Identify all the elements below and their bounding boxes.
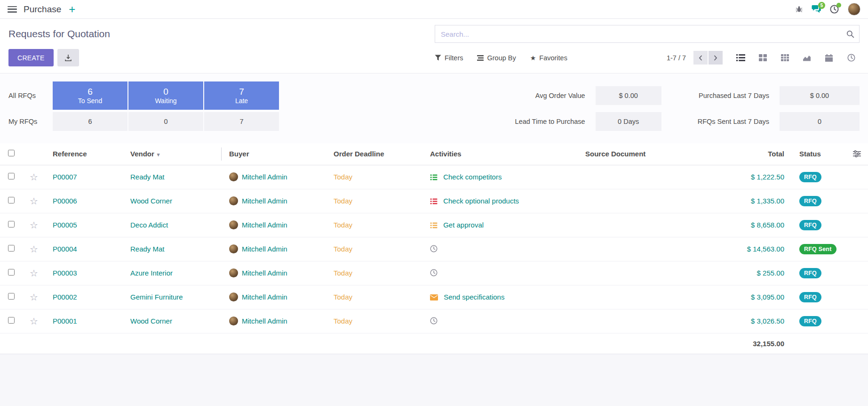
my-rfqs-label[interactable]: My RFQs: [8, 118, 52, 125]
tile-to-send[interactable]: 6 To Send: [53, 81, 127, 110]
favorite-star-icon[interactable]: ☆: [30, 196, 38, 206]
group-by-button[interactable]: Group By: [477, 54, 516, 62]
activity-label[interactable]: Send specifications: [444, 293, 504, 301]
favorite-star-icon[interactable]: ☆: [30, 316, 38, 326]
user-avatar[interactable]: [848, 3, 860, 16]
pivot-view-icon[interactable]: [776, 51, 793, 65]
row-checkbox[interactable]: [8, 197, 15, 203]
activity-view-icon[interactable]: [843, 51, 860, 65]
reference-link[interactable]: P00005: [53, 221, 77, 229]
activity-label[interactable]: Get approval: [443, 221, 484, 229]
tile-late[interactable]: 7 Late: [204, 81, 279, 110]
reference-link[interactable]: P00002: [53, 293, 77, 301]
kanban-view-icon[interactable]: [754, 51, 771, 65]
export-download-button[interactable]: [57, 49, 79, 66]
activity-checklist-icon[interactable]: [430, 174, 438, 180]
vendor-link[interactable]: Azure Interior: [130, 269, 173, 277]
table-row[interactable]: ☆ P00005 Deco Addict Mitchell Admin Toda…: [0, 213, 868, 237]
header-order-deadline[interactable]: Order Deadline: [326, 143, 422, 165]
vendor-link[interactable]: Ready Mat: [130, 173, 165, 181]
activity-checklist-icon[interactable]: [430, 222, 438, 228]
reference-link[interactable]: P00006: [53, 197, 77, 205]
buyer-link[interactable]: Mitchell Admin: [242, 245, 287, 253]
my-late-tile[interactable]: 7: [204, 112, 279, 131]
header-status[interactable]: Status: [792, 143, 846, 165]
messages-icon[interactable]: 5: [812, 5, 821, 13]
buyer-link[interactable]: Mitchell Admin: [242, 197, 287, 205]
search-icon[interactable]: [846, 30, 854, 38]
reference-link[interactable]: P00003: [53, 269, 77, 277]
table-row[interactable]: ☆ P00007 Ready Mat Mitchell Admin Today …: [0, 165, 868, 189]
activity-label[interactable]: Check competitors: [443, 173, 502, 181]
reference-link[interactable]: P00007: [53, 173, 77, 181]
late-count: 7: [239, 86, 244, 97]
activity-clock-icon[interactable]: [430, 245, 438, 252]
calendar-view-icon[interactable]: [820, 51, 837, 65]
purchased-last-7-days-box[interactable]: $ 0.00: [780, 86, 860, 105]
buyer-link[interactable]: Mitchell Admin: [242, 317, 287, 325]
create-button[interactable]: CREATE: [8, 49, 54, 66]
search-input[interactable]: [441, 30, 846, 38]
pager-previous-button[interactable]: [693, 51, 708, 65]
vendor-link[interactable]: Wood Corner: [130, 197, 172, 205]
header-total[interactable]: Total: [712, 143, 792, 165]
lead-time-box[interactable]: 0 Days: [596, 112, 661, 131]
table-row[interactable]: ☆ P00002 Gemini Furniture Mitchell Admin…: [0, 285, 868, 309]
activity-label[interactable]: Check optional products: [443, 197, 519, 205]
row-checkbox[interactable]: [8, 221, 15, 227]
reference-link[interactable]: P00004: [53, 245, 77, 253]
vendor-link[interactable]: Deco Addict: [130, 221, 168, 229]
my-waiting-tile[interactable]: 0: [128, 112, 203, 131]
avg-order-value-box[interactable]: $ 0.00: [596, 86, 661, 105]
header-source-document[interactable]: Source Document: [578, 143, 712, 165]
row-checkbox[interactable]: [8, 317, 15, 324]
search-box[interactable]: [435, 25, 860, 43]
favorite-star-icon[interactable]: ☆: [30, 220, 38, 230]
activity-checklist-icon[interactable]: [430, 198, 438, 204]
vendor-link[interactable]: Ready Mat: [130, 245, 165, 253]
header-vendor[interactable]: Vendor▾: [123, 143, 222, 165]
my-to-send-tile[interactable]: 6: [53, 112, 127, 131]
activity-clock-icon[interactable]: [430, 269, 438, 276]
row-checkbox[interactable]: [8, 245, 15, 252]
vendor-link[interactable]: Gemini Furniture: [130, 293, 183, 301]
pager-next-button[interactable]: [709, 51, 723, 65]
row-checkbox[interactable]: [8, 293, 15, 300]
list-view-icon[interactable]: [732, 51, 749, 65]
debug-bug-icon[interactable]: [796, 6, 803, 13]
header-buyer[interactable]: Buyer: [222, 143, 326, 165]
favorite-star-icon[interactable]: ☆: [30, 172, 38, 182]
apps-menu-icon[interactable]: [8, 6, 17, 13]
select-all-checkbox[interactable]: [8, 150, 15, 156]
activities-icon[interactable]: [830, 5, 839, 14]
row-checkbox[interactable]: [8, 269, 15, 276]
favorite-star-icon[interactable]: ☆: [30, 244, 38, 254]
new-tab-icon[interactable]: +: [69, 4, 75, 15]
graph-view-icon[interactable]: [798, 51, 815, 65]
order-deadline-value: Today: [334, 173, 352, 181]
table-row[interactable]: ☆ P00001 Wood Corner Mitchell Admin Toda…: [0, 309, 868, 333]
table-row[interactable]: ☆ P00004 Ready Mat Mitchell Admin Today …: [0, 237, 868, 261]
buyer-link[interactable]: Mitchell Admin: [242, 293, 287, 301]
reference-link[interactable]: P00001: [53, 317, 77, 325]
buyer-link[interactable]: Mitchell Admin: [242, 269, 287, 277]
favorites-button[interactable]: ★ Favorites: [530, 54, 567, 62]
activity-mail-icon[interactable]: [430, 294, 438, 300]
table-row[interactable]: ☆ P00003 Azure Interior Mitchell Admin T…: [0, 261, 868, 285]
filters-button[interactable]: Filters: [435, 54, 463, 62]
table-row[interactable]: ☆ P00006 Wood Corner Mitchell Admin Toda…: [0, 189, 868, 213]
row-checkbox[interactable]: [8, 173, 15, 179]
app-name[interactable]: Purchase: [24, 4, 61, 15]
optional-columns-icon[interactable]: [846, 147, 868, 161]
buyer-link[interactable]: Mitchell Admin: [242, 221, 287, 229]
header-reference[interactable]: Reference: [45, 143, 123, 165]
rfqs-sent-last-7-days-box[interactable]: 0: [780, 112, 860, 131]
favorite-star-icon[interactable]: ☆: [30, 268, 38, 278]
header-activities[interactable]: Activities: [422, 143, 578, 165]
tile-waiting[interactable]: 0 Waiting: [128, 81, 203, 110]
buyer-link[interactable]: Mitchell Admin: [242, 173, 287, 181]
vendor-link[interactable]: Wood Corner: [130, 317, 172, 325]
all-rfqs-label[interactable]: All RFQs: [8, 92, 52, 99]
activity-clock-icon[interactable]: [430, 317, 438, 325]
favorite-star-icon[interactable]: ☆: [30, 292, 38, 302]
